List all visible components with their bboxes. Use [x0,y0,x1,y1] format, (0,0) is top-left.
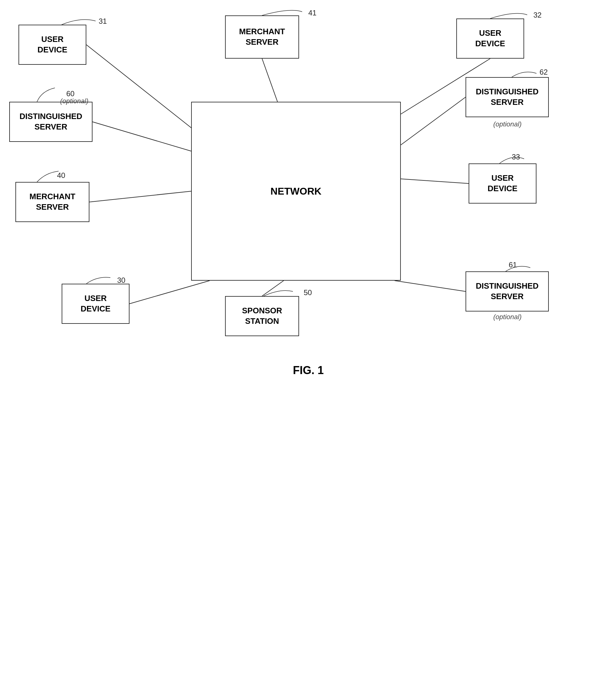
svg-line-9 [394,281,466,291]
network-box: NETWORK [191,102,401,281]
node-label-32: USERDEVICE [475,28,505,49]
ref-60: 60 [66,89,75,98]
node-merchant-server-41: MERCHANTSERVER [225,16,299,59]
svg-line-0 [86,45,197,133]
node-sponsor-station-50: SPONSORSTATION [225,296,299,336]
network-label: NETWORK [270,186,321,197]
node-user-device-32: USERDEVICE [456,19,524,59]
node-label-60: DISTINGUISHEDSERVER [20,111,82,132]
figure-label: FIG. 1 [253,364,364,377]
node-label-41: MERCHANTSERVER [239,27,285,48]
ref-31: 31 [99,17,107,26]
node-label-62: DISTINGUISHEDSERVER [476,87,538,108]
svg-line-5 [89,191,191,202]
ref-50: 50 [304,288,312,297]
node-label-40: MERCHANTSERVER [30,192,76,213]
node-label-30: USERDEVICE [81,293,111,314]
node-distinguished-server-62: DISTINGUISHEDSERVER [466,77,549,117]
optional-61: (optional) [493,313,522,321]
svg-line-7 [129,281,210,304]
svg-line-8 [262,281,284,296]
diagram-container: NETWORK USERDEVICE 31 MERCHANTSERVER 41 … [0,0,616,680]
svg-line-1 [262,59,277,102]
node-label-50: SPONSORSTATION [242,306,282,327]
node-label-33: USERDEVICE [488,173,518,194]
node-label-31: USERDEVICE [38,34,67,55]
svg-line-3 [92,122,191,151]
optional-62: (optional) [493,120,522,128]
node-user-device-33: USERDEVICE [469,164,536,203]
ref-33: 33 [512,153,520,161]
ref-41: 41 [308,9,317,17]
node-distinguished-server-60: DISTINGUISHEDSERVER [9,102,92,142]
node-distinguished-server-61: DISTINGUISHEDSERVER [466,272,549,311]
node-label-61: DISTINGUISHEDSERVER [476,281,538,302]
optional-60: (optional) [60,97,88,105]
svg-line-4 [401,97,466,145]
ref-40: 40 [57,171,65,180]
ref-32: 32 [533,11,542,20]
ref-62: 62 [539,68,548,77]
node-user-device-30: USERDEVICE [62,284,129,324]
svg-line-6 [401,179,469,183]
node-user-device-31: USERDEVICE [19,25,86,65]
ref-30: 30 [117,276,125,285]
node-merchant-server-40: MERCHANTSERVER [16,182,89,222]
ref-61: 61 [509,261,517,269]
